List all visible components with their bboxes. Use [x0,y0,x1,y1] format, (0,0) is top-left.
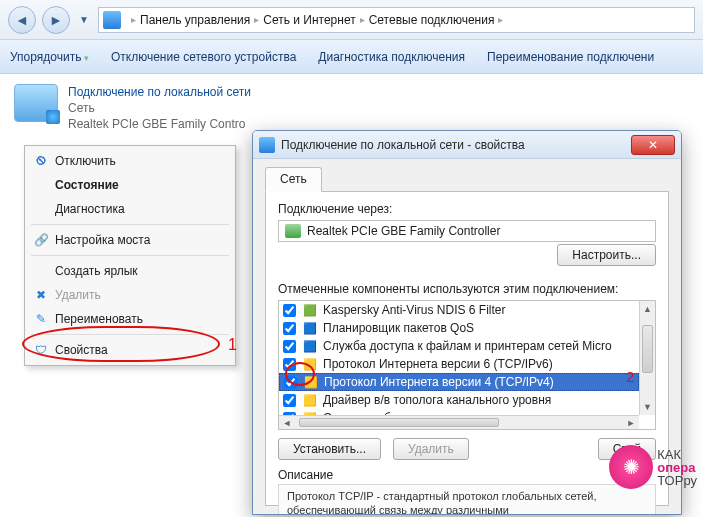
rename-connection-button[interactable]: Переименование подключени [487,50,654,64]
service-icon: 🟦 [302,339,317,354]
ctx-delete: ✖Удалить [27,283,233,307]
dialog-icon [259,137,275,153]
ctx-bridge[interactable]: 🔗Настройка моста [27,228,233,252]
breadcrumb[interactable]: ▸ Панель управления ▸ Сеть и Интернет ▸ … [98,7,695,33]
ctx-shortcut[interactable]: Создать ярлык [27,259,233,283]
annotation-label-2: 2 [626,368,634,385]
ctx-disable[interactable]: 🛇Отключить [27,149,233,173]
adapter-name: Realtek PCIe GBE Family Controller [307,224,500,238]
vertical-scrollbar[interactable]: ▲ ▼ [639,301,655,415]
context-menu: 🛇Отключить Состояние Диагностика 🔗Настро… [24,145,236,366]
dialog-title: Подключение по локальной сети - свойства [281,138,525,152]
back-button[interactable]: ◄ [8,6,36,34]
list-item-selected[interactable]: 🟨Протокол Интернета версии 4 (TCP/IPv4) [279,373,639,391]
scroll-thumb[interactable] [299,418,499,427]
horizontal-scrollbar[interactable]: ◄ ► [279,415,639,429]
ctx-status[interactable]: Состояние [27,173,233,197]
watermark: ✺ КАК опера ТОРру [609,445,697,489]
list-item[interactable]: 🟦Служба доступа к файлам и принтерам сет… [279,337,639,355]
forward-button[interactable]: ► [42,6,70,34]
checkbox[interactable] [283,358,296,371]
crumb-connections[interactable]: Сетевые подключения [369,13,495,27]
service-icon: 🟩 [302,303,317,318]
service-icon: 🟦 [302,321,317,336]
adapter-field: Realtek PCIe GBE Family Controller [278,220,656,242]
tab-network[interactable]: Сеть [265,167,322,192]
list-item[interactable]: 🟦Планировщик пакетов QoS [279,319,639,337]
separator [31,255,229,256]
disable-device-button[interactable]: Отключение сетевого устройства [111,50,296,64]
network-icon [103,11,121,29]
components-label: Отмеченные компоненты используются этим … [278,282,656,296]
checkbox[interactable] [283,340,296,353]
scroll-left-icon[interactable]: ◄ [279,416,295,429]
connection-adapter: Realtek PCIe GBE Family Contro [68,116,251,132]
disable-icon: 🛇 [33,153,49,169]
driver-icon: 🟨 [302,393,317,408]
connection-title: Подключение по локальной сети [68,84,251,100]
separator [31,334,229,335]
checkbox[interactable] [283,304,296,317]
scroll-down-icon[interactable]: ▼ [640,399,655,415]
scroll-up-icon[interactable]: ▲ [640,301,655,317]
bridge-icon: 🔗 [33,232,49,248]
description-label: Описание [278,468,656,482]
protocol-icon: 🟨 [302,357,317,372]
close-button[interactable]: ✕ [631,135,675,155]
protocol-icon: 🟨 [303,375,318,390]
annotation-label-1: 1 [228,336,237,354]
configure-button[interactable]: Настроить... [557,244,656,266]
lan-icon [14,84,58,122]
checkbox[interactable] [283,394,296,407]
crumb-network-internet[interactable]: Сеть и Интернет [263,13,355,27]
tab-strip: Сеть [265,167,669,192]
ctx-rename[interactable]: ✎Переименовать [27,307,233,331]
address-bar: ◄ ► ▼ ▸ Панель управления ▸ Сеть и Интер… [0,0,703,40]
history-dropdown[interactable]: ▼ [76,10,92,30]
watermark-icon: ✺ [609,445,653,489]
crumb-control-panel[interactable]: Панель управления [140,13,250,27]
rename-icon: ✎ [33,311,49,327]
adapter-icon [285,224,301,238]
connect-via-label: Подключение через: [278,202,656,216]
organize-menu[interactable]: Упорядочить [10,50,89,64]
toolbar: Упорядочить Отключение сетевого устройст… [0,40,703,74]
dialog-titlebar[interactable]: Подключение по локальной сети - свойства… [253,131,681,159]
ctx-diagnostics[interactable]: Диагностика [27,197,233,221]
checkbox[interactable] [283,322,296,335]
properties-icon: 🛡 [33,342,49,358]
scroll-right-icon[interactable]: ► [623,416,639,429]
ctx-properties[interactable]: 🛡Свойства [27,338,233,362]
connection-network: Сеть [68,100,251,116]
list-item[interactable]: 🟨Протокол Интернета версии 6 (TCP/IPv6) [279,355,639,373]
list-item[interactable]: 🟩Kaspersky Anti-Virus NDIS 6 Filter [279,301,639,319]
checkbox[interactable] [284,376,297,389]
description-text: Протокол TCP/IP - стандартный протокол г… [278,484,656,515]
delete-icon: ✖ [33,287,49,303]
components-list: 🟩Kaspersky Anti-Virus NDIS 6 Filter 🟦Пла… [278,300,656,430]
list-item[interactable]: 🟨Драйвер в/в тополога канального уровня [279,391,639,409]
scroll-thumb[interactable] [642,325,653,373]
install-button[interactable]: Установить... [278,438,381,460]
uninstall-button: Удалить [393,438,469,460]
separator [31,224,229,225]
diagnose-button[interactable]: Диагностика подключения [318,50,465,64]
